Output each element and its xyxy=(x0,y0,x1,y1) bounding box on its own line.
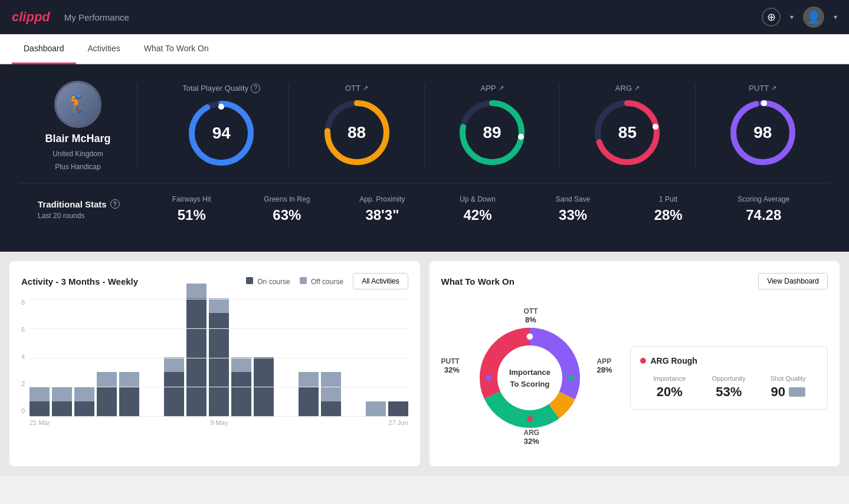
stat-greens: Greens In Reg 63% xyxy=(240,195,335,223)
putt-donut: 98 xyxy=(727,97,798,168)
trad-help-icon[interactable]: ? xyxy=(110,199,120,209)
svg-point-21 xyxy=(527,416,533,422)
view-dashboard-button[interactable]: View Dashboard xyxy=(758,273,828,289)
bar-off-9 xyxy=(209,298,229,313)
add-button[interactable]: ⊕ xyxy=(762,8,781,27)
bars-area: 21 Mar 9 May 27 Jun xyxy=(29,299,408,426)
bar-on-3 xyxy=(74,401,94,416)
stat-proximity-label: App. Proximity xyxy=(335,195,430,203)
bar-off-8 xyxy=(186,284,206,298)
stat-updown-value: 42% xyxy=(430,207,526,223)
bar-on-14 xyxy=(321,401,341,416)
chart-title: Activity - 3 Months - Weekly xyxy=(21,276,138,286)
info-card-title-text: ARG Rough xyxy=(651,356,697,365)
on-course-dot xyxy=(246,277,253,284)
chart-header: Activity - 3 Months - Weekly On course O… xyxy=(21,273,408,289)
svg-point-2 xyxy=(218,104,224,110)
stat-greens-label: Greens In Reg xyxy=(240,195,335,203)
off-course-dot xyxy=(300,277,307,284)
bar-group-2 xyxy=(52,387,72,416)
plus-icon: ⊕ xyxy=(767,11,776,24)
chart-legend: On course Off course xyxy=(246,277,343,286)
bar-off-7 xyxy=(164,357,184,372)
avatar: 👤 xyxy=(803,6,824,28)
bar-group-6 xyxy=(142,414,162,416)
stat-updown: Up & Down 42% xyxy=(430,195,526,223)
info-stats-row: Importance 20% Opportunity 53% Shot Qual… xyxy=(640,375,818,400)
bar-group-8 xyxy=(186,284,206,416)
bar-group-5 xyxy=(119,372,139,416)
stat-scoring: Scoring Average 74.28 xyxy=(716,195,811,223)
donut-section: OTT 8% APP 28% ARG 32% PUTT 32% xyxy=(441,301,618,454)
bar-off-10 xyxy=(231,357,251,372)
app-label: APP ↗ xyxy=(481,84,504,93)
avatar-chevron: ▾ xyxy=(834,13,837,21)
tabs: Dashboard Activities What To Work On xyxy=(0,34,849,64)
importance-value: 20% xyxy=(640,384,700,400)
ott-label: OTT ↗ xyxy=(345,84,368,93)
app-arrow-icon: ↗ xyxy=(499,84,504,92)
tab-activities[interactable]: Activities xyxy=(76,34,132,64)
bar-group-13 xyxy=(299,372,319,416)
bar-group-3 xyxy=(74,387,94,416)
bar-on-7 xyxy=(164,372,184,416)
bar-on-4 xyxy=(97,387,117,416)
scores-row: Total Player Quality ? 94 OTT ↗ xyxy=(137,84,830,169)
svg-point-19 xyxy=(527,334,533,340)
activity-card: Activity - 3 Months - Weekly On course O… xyxy=(9,261,420,466)
arg-score: ARG ↗ 85 xyxy=(560,84,695,168)
stat-1putt-label: 1 Putt xyxy=(621,195,716,203)
info-shot-quality: Shot Quality 90 xyxy=(759,375,818,400)
x-label-may: 9 May xyxy=(210,419,228,426)
tab-dashboard[interactable]: Dashboard xyxy=(12,34,76,64)
bar-on-13 xyxy=(299,387,319,416)
arg-value: 85 xyxy=(618,123,637,142)
shot-quality-value: 90 xyxy=(771,384,785,400)
ott-label-text: OTT xyxy=(345,84,360,93)
ott-donut: 88 xyxy=(322,97,392,168)
stat-updown-label: Up & Down xyxy=(430,195,526,203)
stat-scoring-value: 74.28 xyxy=(716,207,811,223)
main-content: Activity - 3 Months - Weekly On course O… xyxy=(0,252,849,476)
bar-off-3 xyxy=(74,387,94,401)
performance-banner: 🏌️ Blair McHarg United Kingdom Plus Hand… xyxy=(0,64,849,252)
bar-on-17 xyxy=(388,401,408,416)
trad-subtitle: Last 20 rounds xyxy=(38,212,144,220)
stat-fairways: Fairways Hit 51% xyxy=(144,195,240,223)
stat-greens-value: 63% xyxy=(240,207,335,223)
putt-score: PUTT ↗ 98 xyxy=(696,84,830,168)
opportunity-value: 53% xyxy=(699,384,759,400)
bar-on-10 xyxy=(231,372,251,416)
info-opportunity: Opportunity 53% xyxy=(699,375,759,400)
arg-label-text: ARG xyxy=(615,84,632,93)
stat-1putt-value: 28% xyxy=(621,207,716,223)
shot-quality-label: Shot Quality xyxy=(759,375,818,382)
app-value: 89 xyxy=(483,123,501,142)
avatar-image: 🏌️ xyxy=(56,83,100,126)
all-activities-button[interactable]: All Activities xyxy=(353,273,408,289)
bar-on-5 xyxy=(119,387,139,416)
player-info: 🏌️ Blair McHarg United Kingdom Plus Hand… xyxy=(19,81,137,171)
wtwo-header: What To Work On View Dashboard xyxy=(441,273,828,289)
info-importance: Importance 20% xyxy=(640,375,700,400)
importance-label: Importance xyxy=(640,375,700,382)
tpq-help-icon[interactable]: ? xyxy=(251,84,260,93)
bar-empty-6 xyxy=(142,414,162,416)
svg-text:To Scoring: To Scoring xyxy=(510,380,549,388)
app-label-text: APP xyxy=(481,84,496,93)
bar-group-17 xyxy=(388,401,408,416)
tpq-label-text: Total Player Quality xyxy=(182,84,248,93)
logo-section: clippd My Performance xyxy=(12,9,129,25)
tpq-value: 94 xyxy=(212,124,231,143)
y-axis: 8 6 4 2 0 xyxy=(21,299,25,417)
svg-text:Importance: Importance xyxy=(509,368,550,377)
bars-container xyxy=(29,299,408,417)
stat-sandsave-label: Sand Save xyxy=(525,195,621,203)
bar-on-2 xyxy=(52,401,72,416)
bar-off-16 xyxy=(366,401,386,416)
stat-scoring-label: Scoring Average xyxy=(716,195,811,203)
tab-what-to-work-on[interactable]: What To Work On xyxy=(132,34,221,64)
header-title: My Performance xyxy=(64,12,129,22)
bar-empty-15 xyxy=(343,414,363,416)
tpq-score: Total Player Quality ? 94 xyxy=(154,84,289,169)
